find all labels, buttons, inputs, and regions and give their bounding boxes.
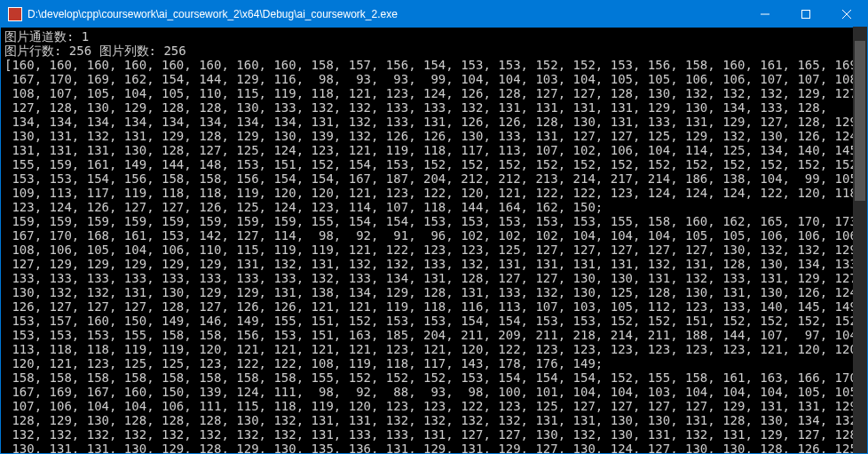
- window-title: D:\develop\cpp\coursework\ai_coursework_…: [28, 8, 745, 20]
- app-icon: [8, 7, 22, 21]
- vertical-scrollbar[interactable]: [853, 27, 867, 453]
- console-output: 图片通道数: 1 图片行数: 256 图片列数: 256 [160, 160, …: [1, 28, 867, 453]
- maximize-button[interactable]: [785, 1, 826, 28]
- window-titlebar: D:\develop\cpp\coursework\ai_coursework_…: [1, 1, 867, 28]
- close-button[interactable]: [826, 1, 867, 28]
- minimize-button[interactable]: [745, 1, 785, 28]
- svg-rect-0: [802, 11, 810, 19]
- window-controls: [745, 1, 867, 28]
- scrollbar-thumb[interactable]: [855, 41, 865, 201]
